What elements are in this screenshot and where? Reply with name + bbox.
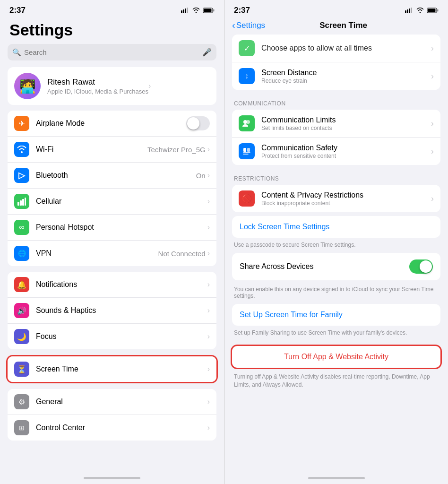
hotspot-row[interactable]: ∞ Personal Hotspot › bbox=[8, 215, 216, 241]
svg-rect-16 bbox=[428, 9, 436, 12]
home-indicator-left bbox=[0, 475, 224, 484]
general-label: General bbox=[36, 398, 207, 406]
turn-off-group-highlighted[interactable]: Turn Off App & Website Activity bbox=[231, 345, 442, 369]
control-center-row[interactable]: ⊞ Control Center › bbox=[8, 415, 216, 441]
share-across-note: You can enable this on any device signed… bbox=[224, 284, 448, 304]
search-input[interactable] bbox=[24, 48, 199, 56]
comm-limits-subtitle: Set limits based on contacts bbox=[261, 125, 431, 131]
wifi-content: Wi-Fi bbox=[36, 145, 147, 154]
svg-rect-2 bbox=[185, 9, 186, 13]
screen-distance-label: Screen Distance bbox=[261, 69, 431, 77]
back-button[interactable]: ‹ Settings bbox=[232, 20, 265, 31]
content-privacy-row[interactable]: 🚫 Content & Privacy Restrictions Block i… bbox=[232, 185, 440, 212]
general-right: › bbox=[207, 398, 210, 406]
network-group: ✈ Airplane Mode Wi-Fi bbox=[8, 111, 216, 266]
cellular-icon-wrap bbox=[14, 194, 29, 209]
screen-time-group-highlighted[interactable]: ⏳ Screen Time › bbox=[6, 355, 218, 383]
choose-apps-label: Choose apps to allow at all times bbox=[261, 44, 431, 52]
general-row[interactable]: ⚙ General › bbox=[8, 389, 216, 415]
share-across-row[interactable]: Share Across Devices bbox=[232, 253, 440, 280]
battery-icon-left bbox=[203, 8, 215, 13]
right-panel: 2:37 ‹ Settings Screen bbox=[224, 0, 448, 484]
lock-screen-time-group: Lock Screen Time Settings bbox=[232, 216, 440, 238]
user-info: Ritesh Rawat Apple ID, iCloud, Media & P… bbox=[47, 78, 148, 95]
choose-apps-row[interactable]: ✓ Choose apps to allow at all times › bbox=[232, 35, 440, 62]
content-privacy-chevron: › bbox=[431, 194, 434, 204]
screen-distance-content: Screen Distance Reduce eye strain bbox=[261, 69, 431, 84]
family-setup-row[interactable]: Set Up Screen Time for Family bbox=[232, 304, 440, 326]
vpn-value: Not Connected bbox=[158, 250, 206, 258]
comm-safety-icon bbox=[239, 143, 255, 159]
bluetooth-icon-wrap: ▷ bbox=[14, 168, 29, 183]
user-name: Ritesh Rawat bbox=[47, 78, 148, 87]
home-bar-right bbox=[308, 477, 365, 479]
comm-limits-content: Communication Limits Set limits based on… bbox=[261, 116, 431, 131]
hotspot-content: Personal Hotspot bbox=[36, 223, 207, 232]
svg-rect-11 bbox=[405, 10, 406, 13]
vpn-label: VPN bbox=[36, 249, 158, 258]
sounds-label: Sounds & Haptics bbox=[36, 306, 207, 315]
airplane-content: Airplane Mode bbox=[36, 119, 186, 128]
restrictions-section-label: RESTRICTIONS bbox=[224, 169, 448, 185]
vpn-row[interactable]: 🌐 VPN Not Connected › bbox=[8, 241, 216, 266]
comm-safety-row[interactable]: Communication Safety Protect from sensit… bbox=[232, 138, 440, 165]
screen-distance-row[interactable]: ↕ Screen Distance Reduce eye strain › bbox=[232, 62, 440, 90]
battery-icon-right bbox=[427, 8, 439, 13]
svg-rect-9 bbox=[22, 199, 24, 206]
screen-time-row[interactable]: ⏳ Screen Time › bbox=[8, 356, 216, 382]
screen-distance-chevron: › bbox=[431, 71, 434, 81]
notif-content: Notifications bbox=[36, 280, 207, 289]
airplane-toggle[interactable] bbox=[186, 116, 210, 130]
sounds-right: › bbox=[207, 306, 210, 315]
general-group: ⚙ General › ⊞ Control Center › bbox=[8, 389, 216, 441]
focus-row[interactable]: 🌙 Focus › bbox=[8, 324, 216, 349]
vpn-content: VPN bbox=[36, 249, 158, 258]
search-bar[interactable]: 🔍 🎤 bbox=[8, 44, 216, 60]
lock-screen-note: Use a passcode to secure Screen Time set… bbox=[224, 240, 448, 253]
cellular-row[interactable]: Cellular › bbox=[8, 189, 216, 215]
turn-off-row[interactable]: Turn Off App & Website Activity bbox=[232, 346, 440, 368]
wifi-icon-right bbox=[416, 8, 424, 13]
wifi-value: Techwizer Pro_5G bbox=[147, 146, 206, 154]
comm-limits-chevron: › bbox=[431, 119, 434, 129]
svg-rect-20 bbox=[243, 148, 246, 152]
choose-apps-chevron: › bbox=[431, 43, 434, 53]
content-privacy-subtitle: Block inappropriate content bbox=[261, 200, 431, 207]
comm-safety-chevron: › bbox=[431, 147, 434, 156]
time-right: 2:37 bbox=[234, 6, 250, 15]
svg-rect-12 bbox=[407, 9, 408, 13]
comm-limits-row[interactable]: Communication Limits Set limits based on… bbox=[232, 110, 440, 138]
airplane-mode-row[interactable]: ✈ Airplane Mode bbox=[8, 111, 216, 137]
airplane-label: Airplane Mode bbox=[36, 119, 186, 128]
focus-chevron: › bbox=[207, 332, 210, 341]
wifi-row[interactable]: Wi-Fi Techwizer Pro_5G › bbox=[8, 137, 216, 163]
svg-rect-8 bbox=[20, 200, 22, 206]
lock-screen-time-row[interactable]: Lock Screen Time Settings bbox=[232, 216, 440, 238]
lock-screen-time-label: Lock Screen Time Settings bbox=[240, 223, 329, 231]
wifi-label: Wi-Fi bbox=[36, 145, 147, 154]
turn-off-label: Turn Off App & Website Activity bbox=[284, 353, 388, 361]
cellular-content: Cellular bbox=[36, 197, 207, 206]
content-privacy-content: Content & Privacy Restrictions Block ina… bbox=[261, 191, 431, 207]
control-icon-wrap: ⊞ bbox=[14, 420, 29, 435]
page-title: Settings bbox=[0, 17, 224, 44]
share-across-toggle[interactable] bbox=[409, 259, 433, 274]
focus-right: › bbox=[207, 332, 210, 341]
svg-rect-7 bbox=[17, 202, 19, 206]
control-right: › bbox=[207, 424, 210, 432]
screen-distance-subtitle: Reduce eye strain bbox=[261, 78, 431, 84]
vpn-icon-wrap: 🌐 bbox=[14, 246, 29, 261]
sounds-row[interactable]: 🔊 Sounds & Haptics › bbox=[8, 298, 216, 324]
svg-rect-1 bbox=[183, 9, 184, 13]
airplane-icon-wrap: ✈ bbox=[14, 116, 29, 131]
user-profile-row[interactable]: 🧑‍💻 Ritesh Rawat Apple ID, iCloud, Media… bbox=[8, 67, 216, 105]
notifications-row[interactable]: 🔔 Notifications › bbox=[8, 272, 216, 298]
left-panel: 2:37 Settings 🔍 🎤 bbox=[0, 0, 224, 484]
control-content: Control Center bbox=[36, 424, 207, 432]
avatar: 🧑‍💻 bbox=[14, 73, 41, 99]
bluetooth-row[interactable]: ▷ Bluetooth On › bbox=[8, 163, 216, 189]
bluetooth-value: On bbox=[196, 172, 206, 180]
svg-point-19 bbox=[246, 120, 250, 124]
chevron-icon: › bbox=[148, 82, 151, 90]
screen-time-right: › bbox=[207, 365, 210, 373]
